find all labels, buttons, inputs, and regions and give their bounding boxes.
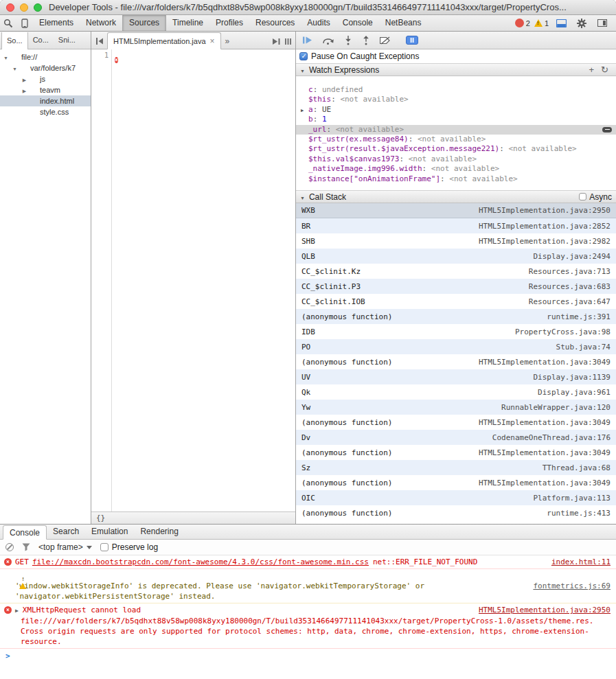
execution-context-selector[interactable]: <top frame>: [38, 542, 92, 552]
refresh-watch-button[interactable]: ↻: [597, 65, 612, 75]
request-url-link[interactable]: file://maxcdn.bootstrapcdn.com/font-awes…: [32, 557, 369, 566]
source-location-link[interactable]: index.html:11: [551, 557, 611, 567]
tree-item[interactable]: style.css: [0, 106, 91, 117]
panel-tab[interactable]: NetBeans: [379, 15, 428, 31]
device-mode-button[interactable]: [16, 15, 33, 31]
step-over-button[interactable]: [322, 36, 334, 45]
tree-item[interactable]: var/folders/k7: [0, 62, 91, 73]
code-area[interactable]: [112, 49, 295, 511]
close-tab-icon[interactable]: [210, 36, 215, 46]
section-collapse-icon[interactable]: [300, 192, 309, 202]
minimize-window-button[interactable]: [20, 3, 28, 12]
hide-navigator-button[interactable]: [93, 37, 107, 49]
panel-tab[interactable]: Console: [336, 15, 379, 31]
delete-watch-icon[interactable]: [602, 127, 612, 133]
call-stack-frame[interactable]: (anonymous function) runtime.js:413: [296, 505, 616, 520]
line-gutter[interactable]: 1: [91, 49, 112, 511]
expand-arrow-icon[interactable]: [301, 105, 304, 115]
editor-options-button[interactable]: [284, 38, 295, 49]
call-stack-frame[interactable]: (anonymous function) HTML5Implementation…: [296, 445, 616, 460]
navigator-tab[interactable]: So...: [1, 32, 28, 49]
tree-item[interactable]: js: [0, 73, 91, 84]
zoom-window-button[interactable]: [34, 3, 42, 12]
code-editor[interactable]: 1: [91, 49, 295, 511]
toggle-drawer-button[interactable]: [553, 19, 569, 27]
pause-on-caught-checkbox[interactable]: [299, 52, 308, 60]
watch-expression[interactable]: $instance["onAnimationFrame"]<not availa…: [296, 174, 616, 184]
call-stack-frame[interactable]: PO Stub.java:74: [296, 339, 616, 354]
deactivate-breakpoints-button[interactable]: [380, 36, 391, 45]
call-stack-frame[interactable]: CC_$clinit.IOB Resources.java:647: [296, 294, 616, 309]
watch-expression[interactable]: _nativeImage.img996.width<not available>: [296, 164, 616, 174]
call-stack-frame[interactable]: QLB Display.java:2494: [296, 249, 616, 264]
dock-side-button[interactable]: [594, 19, 611, 27]
disclosure-arrow-icon[interactable]: [2, 53, 10, 61]
inspect-element-button[interactable]: [0, 15, 16, 31]
console-prompt[interactable]: >: [0, 649, 616, 663]
watch-expression[interactable]: $this.val$canvas1973<not available>: [296, 154, 616, 164]
expand-message-icon[interactable]: [15, 606, 23, 614]
preserve-log-checkbox[interactable]: [100, 543, 109, 551]
call-stack-frame[interactable]: UV Display.java:1139: [296, 369, 616, 384]
tree-item[interactable]: index.html: [0, 95, 91, 106]
warning-badge-icon[interactable]: [534, 19, 543, 27]
drawer-tab[interactable]: Emulation: [85, 525, 134, 539]
drawer-tab[interactable]: Rendering: [134, 525, 184, 539]
add-watch-button[interactable]: +: [586, 65, 598, 75]
step-into-button[interactable]: [344, 36, 352, 45]
editor-action-button[interactable]: [272, 38, 284, 49]
warning-count[interactable]: 1: [545, 19, 549, 27]
call-stack-frame[interactable]: CC_$clinit.Kz Resources.java:713: [296, 264, 616, 279]
more-tabs-button[interactable]: »: [221, 36, 234, 49]
navigator-tab[interactable]: Sni...: [54, 32, 80, 49]
tree-item[interactable]: file://: [0, 51, 91, 62]
pretty-print-button[interactable]: {}: [91, 514, 110, 522]
watch-expression[interactable]: $rt_ustr(ex.message84)<not available>: [296, 135, 616, 144]
filter-icon[interactable]: [22, 543, 30, 551]
watch-expression[interactable]: $this<not available>: [296, 95, 616, 104]
call-stack-frame[interactable]: SHB HTML5Implementation.java:2982: [296, 233, 616, 249]
line-number[interactable]: 1: [104, 51, 109, 59]
call-stack-frame[interactable]: BR HTML5Implementation.java:2852: [296, 218, 616, 233]
editor-tab[interactable]: HTML5Implementation.java: [107, 32, 221, 49]
disclosure-arrow-icon[interactable]: [21, 86, 28, 94]
error-badge-icon[interactable]: [515, 19, 524, 27]
pause-on-exceptions-button[interactable]: [406, 36, 418, 45]
call-stack-frame[interactable]: (anonymous function) HTML5Implementation…: [296, 354, 616, 369]
watch-expression[interactable]: b1: [296, 115, 616, 124]
clear-console-icon[interactable]: [5, 543, 14, 551]
disclosure-arrow-icon[interactable]: [21, 75, 28, 83]
tree-item[interactable]: teavm: [0, 84, 91, 95]
call-stack-header[interactable]: Call Stack Async: [296, 190, 616, 203]
call-stack-frame[interactable]: Yw RunnableWrapper.java:120: [296, 400, 616, 415]
call-stack-frame[interactable]: (anonymous function) HTML5Implementation…: [296, 415, 616, 430]
panel-tab[interactable]: Timeline: [166, 15, 209, 31]
async-checkbox[interactable]: [579, 193, 586, 200]
step-out-button[interactable]: [362, 36, 370, 45]
panel-tab[interactable]: Resources: [249, 15, 301, 31]
panel-tab[interactable]: Sources: [122, 15, 166, 31]
panel-tab[interactable]: Audits: [301, 15, 336, 31]
call-stack-frame[interactable]: WXB HTML5Implementation.java:2950: [296, 203, 616, 218]
call-stack-frame[interactable]: CC_$clinit.P3 Resources.java:683: [296, 279, 616, 294]
call-stack-frame[interactable]: Dv CodenameOneThread.java:176: [296, 430, 616, 445]
watch-expression[interactable]: _url<not available>: [296, 125, 616, 135]
call-stack-frame[interactable]: (anonymous function) HTML5Implementation…: [296, 475, 616, 490]
panel-tab[interactable]: Network: [80, 15, 122, 31]
navigator-tab[interactable]: Co...: [28, 32, 54, 49]
watch-expressions-header[interactable]: Watch Expressions + ↻: [296, 63, 616, 76]
watch-expression[interactable]: $rt_ustr(result.$javaException.message22…: [296, 144, 616, 154]
panel-tab[interactable]: Elements: [33, 15, 80, 31]
call-stack-frame[interactable]: Qk Display.java:961: [296, 384, 616, 400]
call-stack-frame[interactable]: (anonymous function) runtime.js:391: [296, 309, 616, 324]
resume-button[interactable]: [302, 36, 312, 44]
source-location-link[interactable]: HTML5Implementation.java:2950: [479, 605, 611, 616]
error-count[interactable]: 2: [526, 19, 530, 27]
watch-expression[interactable]: aUE: [296, 105, 616, 115]
call-stack-frame[interactable]: Sz TThread.java:68: [296, 460, 616, 475]
section-collapse-icon[interactable]: [300, 65, 309, 75]
call-stack-frame[interactable]: IDB PropertyCross.java:98: [296, 324, 616, 339]
disclosure-arrow-icon[interactable]: [11, 64, 19, 72]
close-window-button[interactable]: [6, 3, 14, 12]
panel-tab[interactable]: Profiles: [209, 15, 249, 31]
